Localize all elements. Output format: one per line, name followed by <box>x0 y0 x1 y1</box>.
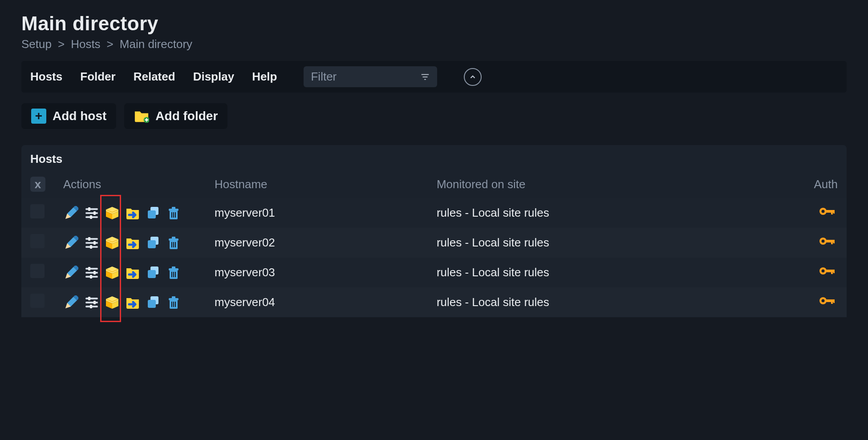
filter-input[interactable]: Filter <box>304 66 437 87</box>
hostname-cell[interactable]: myserver01 <box>206 198 428 228</box>
filter-icon <box>420 72 430 82</box>
add-folder-label: Add folder <box>155 109 218 123</box>
edit-icon[interactable] <box>63 265 79 281</box>
auth-key-icon[interactable] <box>817 234 838 248</box>
menu-item-help[interactable]: Help <box>252 70 277 84</box>
row-checkbox[interactable] <box>30 234 45 248</box>
select-all-clear[interactable]: x <box>30 177 45 192</box>
monitored-cell: rules - Local site rules <box>428 287 798 317</box>
monitored-cell: rules - Local site rules <box>428 258 798 287</box>
move-folder-icon[interactable] <box>125 205 141 221</box>
hostname-cell[interactable]: myserver02 <box>206 228 428 258</box>
clone-icon[interactable] <box>145 265 161 281</box>
params-icon[interactable] <box>84 235 100 251</box>
hostname-cell[interactable]: myserver04 <box>206 287 428 317</box>
row-checkbox[interactable] <box>30 264 45 278</box>
plus-icon: + <box>31 109 46 124</box>
breadcrumb-item-2[interactable]: Main directory <box>120 37 192 51</box>
move-folder-icon[interactable] <box>125 265 141 281</box>
select-clear-label: x <box>35 178 41 191</box>
services-box-icon[interactable] <box>104 265 120 281</box>
clone-icon[interactable] <box>145 205 161 221</box>
menu-item-display[interactable]: Display <box>193 70 235 84</box>
add-folder-button[interactable]: Add folder <box>124 103 227 129</box>
collapse-button[interactable] <box>464 68 482 86</box>
row-checkbox[interactable] <box>30 204 45 218</box>
edit-icon[interactable] <box>63 235 79 251</box>
services-box-icon[interactable] <box>104 295 120 311</box>
breadcrumb-item-1[interactable]: Hosts <box>71 37 100 51</box>
breadcrumb-sep: > <box>107 37 114 51</box>
menubar: Hosts Folder Related Display Help Filter <box>21 61 847 93</box>
col-auth[interactable]: Auth <box>798 170 847 198</box>
delete-icon[interactable] <box>166 235 182 251</box>
delete-icon[interactable] <box>166 205 182 221</box>
page-title: Main directory <box>21 12 847 35</box>
edit-icon[interactable] <box>63 205 79 221</box>
table-row: myserver01 rules - Local site rules <box>21 198 847 228</box>
edit-icon[interactable] <box>63 295 79 311</box>
auth-key-icon[interactable] <box>817 294 838 308</box>
table-row: myserver03 rules - Local site rules <box>21 258 847 287</box>
add-host-label: Add host <box>53 109 106 123</box>
toolbar: + Add host Add folder <box>21 103 847 129</box>
clone-icon[interactable] <box>145 235 161 251</box>
chevron-up-icon <box>469 73 477 81</box>
filter-placeholder: Filter <box>311 70 337 84</box>
menu-item-related[interactable]: Related <box>134 70 175 84</box>
breadcrumb-sep: > <box>58 37 65 51</box>
delete-icon[interactable] <box>166 265 182 281</box>
monitored-cell: rules - Local site rules <box>428 228 798 258</box>
menu-item-hosts[interactable]: Hosts <box>30 70 62 84</box>
table-row: myserver02 rules - Local site rules <box>21 228 847 258</box>
col-monitored[interactable]: Monitored on site <box>428 170 798 198</box>
table-row: myserver04 rules - Local site rules <box>21 287 847 317</box>
hostname-cell[interactable]: myserver03 <box>206 258 428 287</box>
params-icon[interactable] <box>84 295 100 311</box>
breadcrumb-item-0[interactable]: Setup <box>21 37 52 51</box>
row-checkbox[interactable] <box>30 294 45 308</box>
services-box-icon[interactable] <box>104 205 120 221</box>
hosts-table: x Actions Hostname Monitored on site Aut… <box>21 170 847 317</box>
add-host-button[interactable]: + Add host <box>21 103 116 129</box>
delete-icon[interactable] <box>166 295 182 311</box>
hosts-panel-title: Hosts <box>21 152 847 170</box>
hosts-panel: Hosts x Actions Hostname Monitored on si… <box>21 145 847 317</box>
clone-icon[interactable] <box>145 295 161 311</box>
params-icon[interactable] <box>84 265 100 281</box>
breadcrumb: Setup > Hosts > Main directory <box>21 37 847 51</box>
auth-key-icon[interactable] <box>817 204 838 218</box>
col-actions: Actions <box>54 170 206 198</box>
col-hostname[interactable]: Hostname <box>206 170 428 198</box>
auth-key-icon[interactable] <box>817 264 838 278</box>
move-folder-icon[interactable] <box>125 235 141 251</box>
services-box-icon[interactable] <box>104 235 120 251</box>
folder-add-icon <box>134 109 149 124</box>
menu-item-folder[interactable]: Folder <box>80 70 115 84</box>
monitored-cell: rules - Local site rules <box>428 198 798 228</box>
move-folder-icon[interactable] <box>125 295 141 311</box>
params-icon[interactable] <box>84 205 100 221</box>
